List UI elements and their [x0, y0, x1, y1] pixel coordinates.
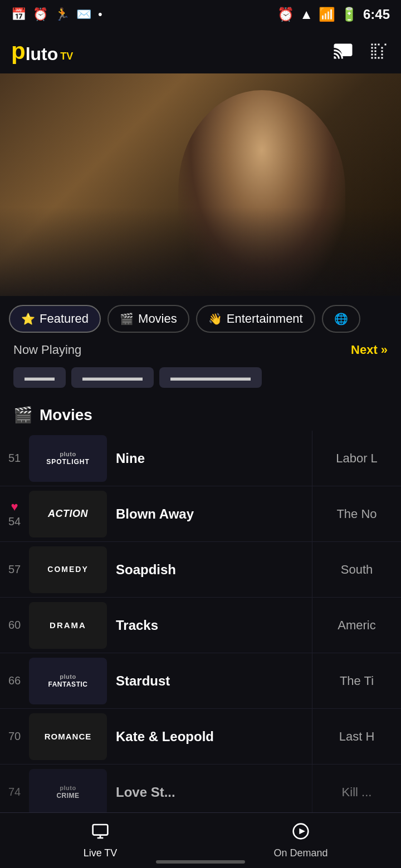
nav-live-tv[interactable]: Live TV: [0, 822, 200, 859]
channel-name: Love St...: [116, 785, 303, 800]
channel-pills-row: ▬▬▬ ▬▬▬▬▬▬ ▬▬▬▬▬▬▬▬: [0, 363, 401, 397]
channel-info: Soapdish: [107, 562, 312, 578]
channel-name: Stardust: [116, 673, 303, 689]
channel-list: 51 pluto SPOTLIGHT Nine Labor L ♥ 54 ACT…: [0, 431, 401, 820]
filter-button[interactable]: [368, 40, 390, 62]
movies-section-icon: 🎬: [13, 406, 33, 424]
channel-row[interactable]: 51 pluto SPOTLIGHT Nine Labor L: [0, 431, 401, 486]
next-button[interactable]: Next »: [351, 343, 388, 357]
channel-logo-box: ACTION: [29, 491, 107, 537]
movies-icon: 🎬: [120, 312, 134, 326]
channel-name: Kate & Leopold: [116, 729, 303, 744]
alarm-status-icon: ⏰: [277, 7, 294, 22]
live-tv-label: Live TV: [84, 847, 118, 859]
alarm-icon: ⏰: [33, 7, 48, 22]
channel-next-show: South: [312, 542, 401, 597]
dot-icon: •: [98, 7, 102, 22]
status-right-icons: ⏰ ▲ 📶 🔋 6:45: [277, 7, 390, 22]
channel-next-show: Americ: [312, 598, 401, 653]
pill-2[interactable]: ▬▬▬▬▬▬: [71, 367, 154, 388]
channel-number: 57: [0, 563, 29, 576]
bottom-nav: Live TV On Demand: [0, 812, 401, 868]
channel-info: Tracks: [107, 618, 312, 633]
movies-section-title: Movies: [40, 406, 92, 424]
entertainment-icon: 👋: [208, 312, 222, 326]
tv-icon: [91, 822, 109, 844]
logo-tv: TV: [60, 51, 73, 62]
hero-overlay: [0, 73, 401, 296]
channel-number: 74: [0, 786, 29, 798]
time-display: 6:45: [363, 7, 390, 22]
channel-row[interactable]: 70 ROMANCE Kate & Leopold Last H: [0, 709, 401, 765]
channel-name: Tracks: [116, 618, 303, 633]
pill-3[interactable]: ▬▬▬▬▬▬▬▬: [159, 367, 262, 388]
logo[interactable]: p luto TV: [11, 38, 73, 65]
tab-entertainment[interactable]: 👋 Entertainment: [196, 305, 315, 333]
tab-featured[interactable]: ⭐ Featured: [9, 305, 101, 333]
now-next-bar: Now Playing Next »: [0, 333, 401, 363]
channel-row[interactable]: 57 COMEDY Soapdish South: [0, 542, 401, 598]
channel-next-show: Kill ...: [312, 765, 401, 820]
activity-icon: 🏃: [55, 7, 70, 22]
channel-number: 66: [0, 674, 29, 687]
mail-icon: ✉️: [76, 7, 91, 22]
channel-name: Soapdish: [116, 562, 303, 578]
on-demand-label: On Demand: [273, 847, 327, 859]
channel-logo-box: COMEDY: [29, 546, 107, 593]
logo-p: p: [11, 38, 26, 65]
movies-section-header: 🎬 Movies: [0, 397, 401, 431]
channel-name: Nine: [116, 451, 303, 466]
channel-name: Blown Away: [116, 506, 303, 522]
signal-icon: 📶: [319, 7, 335, 22]
header-actions: [332, 40, 390, 62]
heart-icon: ♥: [11, 500, 18, 514]
status-left-icons: 📅 ⏰ 🏃 ✉️ •: [11, 7, 102, 22]
channel-info: Blown Away: [107, 506, 312, 522]
channel-next-show: Last H: [312, 709, 401, 764]
now-playing-label: Now Playing: [13, 343, 81, 357]
svg-marker-2: [299, 828, 305, 834]
status-bar: 📅 ⏰ 🏃 ✉️ • ⏰ ▲ 📶 🔋 6:45: [0, 0, 401, 29]
pill-1[interactable]: ▬▬▬: [13, 367, 66, 388]
tab-movies[interactable]: 🎬 Movies: [107, 305, 189, 333]
more-icon: 🌐: [334, 312, 348, 326]
channel-number: ♥ 54: [0, 500, 29, 528]
play-icon: [292, 822, 310, 844]
chevron-right-icon: »: [381, 343, 388, 357]
gesture-pill: [156, 860, 245, 864]
channel-row[interactable]: 66 pluto FANTASTIC Stardust The Ti: [0, 653, 401, 709]
wifi-icon: ▲: [300, 7, 313, 22]
channel-logo-box: pluto FANTASTIC: [29, 658, 107, 704]
channel-info: Love St...: [107, 785, 312, 800]
calendar-icon: 📅: [11, 7, 26, 22]
featured-icon: ⭐: [21, 312, 35, 326]
channel-row[interactable]: ♥ 54 ACTION Blown Away The No: [0, 486, 401, 542]
cast-button[interactable]: [332, 40, 354, 62]
nav-on-demand[interactable]: On Demand: [200, 822, 401, 859]
channel-next-show: Labor L: [312, 431, 401, 486]
channel-logo-box: pluto CRIME: [29, 769, 107, 816]
channel-logo-box: pluto SPOTLIGHT: [29, 435, 107, 482]
channel-number: 51: [0, 452, 29, 465]
channel-row[interactable]: 74 pluto CRIME Love St... Kill ...: [0, 765, 401, 820]
channel-logo-box: ROMANCE: [29, 713, 107, 760]
channel-info: Nine: [107, 451, 312, 466]
channel-info: Kate & Leopold: [107, 729, 312, 744]
category-tabs: ⭐ Featured 🎬 Movies 👋 Entertainment 🌐: [0, 296, 401, 333]
app-header: p luto TV: [0, 29, 401, 73]
channel-next-show: The No: [312, 486, 401, 541]
channel-info: Stardust: [107, 673, 312, 689]
channel-next-show: The Ti: [312, 653, 401, 708]
tab-more[interactable]: 🌐: [322, 305, 360, 333]
battery-icon: 🔋: [341, 7, 358, 22]
hero-video[interactable]: [0, 73, 401, 296]
gesture-bar: [0, 860, 401, 864]
channel-row[interactable]: 60 DRAMA Tracks Americ: [0, 598, 401, 653]
channel-number: 60: [0, 619, 29, 632]
logo-rest: luto: [26, 44, 58, 65]
channel-number: 70: [0, 730, 29, 743]
channel-logo-box: DRAMA: [29, 602, 107, 649]
svg-rect-0: [93, 825, 108, 835]
